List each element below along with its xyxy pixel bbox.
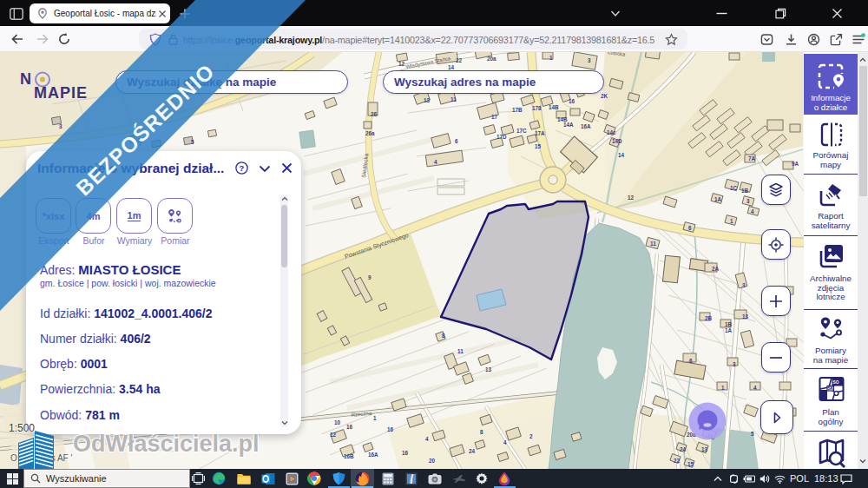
svg-text:9: 9 bbox=[368, 274, 372, 280]
svg-text:15: 15 bbox=[687, 461, 694, 467]
svg-text:3: 3 bbox=[588, 57, 591, 63]
svg-text:2K: 2K bbox=[601, 93, 608, 99]
svg-text:14D: 14D bbox=[612, 138, 622, 144]
svg-text:3: 3 bbox=[746, 198, 750, 204]
svg-text:12: 12 bbox=[398, 61, 405, 67]
svg-text:1: 1 bbox=[730, 218, 733, 224]
svg-text:16: 16 bbox=[346, 424, 353, 430]
svg-text:13: 13 bbox=[701, 446, 708, 452]
svg-text:SO: SO bbox=[833, 380, 839, 385]
svg-text:16A: 16A bbox=[581, 123, 591, 129]
svg-text:17: 17 bbox=[491, 114, 498, 120]
svg-text:2B: 2B bbox=[705, 315, 713, 321]
svg-text:11: 11 bbox=[457, 348, 464, 354]
svg-text:8: 8 bbox=[442, 333, 445, 339]
svg-text:12: 12 bbox=[330, 432, 337, 438]
svg-text:1A: 1A bbox=[714, 196, 722, 202]
svg-text:16: 16 bbox=[402, 450, 409, 456]
svg-text:4: 4 bbox=[753, 385, 757, 391]
svg-text:13: 13 bbox=[424, 97, 431, 103]
svg-text:1C: 1C bbox=[730, 185, 738, 191]
svg-text:12: 12 bbox=[628, 195, 635, 201]
svg-text:4: 4 bbox=[425, 436, 429, 442]
svg-text:3: 3 bbox=[733, 361, 736, 367]
svg-text:17C: 17C bbox=[516, 128, 527, 134]
svg-text:1: 1 bbox=[373, 415, 377, 421]
svg-text:24: 24 bbox=[469, 448, 476, 454]
svg-text:4: 4 bbox=[751, 208, 754, 214]
svg-text:13: 13 bbox=[485, 366, 492, 373]
svg-text:7A: 7A bbox=[748, 155, 756, 162]
svg-text:14A: 14A bbox=[563, 122, 574, 128]
svg-text:6: 6 bbox=[455, 138, 458, 144]
svg-text:1A: 1A bbox=[725, 327, 733, 333]
svg-text:3: 3 bbox=[742, 282, 746, 288]
svg-text:26: 26 bbox=[371, 111, 378, 117]
svg-text:10: 10 bbox=[334, 419, 341, 425]
svg-text:SK: SK bbox=[827, 386, 833, 391]
svg-text:14B: 14B bbox=[549, 104, 559, 110]
svg-text:11: 11 bbox=[650, 241, 656, 247]
svg-text:17A: 17A bbox=[535, 130, 545, 136]
svg-text:4: 4 bbox=[503, 439, 507, 445]
svg-text:6: 6 bbox=[688, 225, 692, 231]
svg-text:15: 15 bbox=[535, 143, 542, 149]
svg-text:22: 22 bbox=[674, 458, 681, 464]
svg-text:22: 22 bbox=[456, 57, 463, 63]
svg-text:16: 16 bbox=[387, 426, 394, 432]
svg-text:16B: 16B bbox=[344, 453, 354, 459]
svg-text:17B: 17B bbox=[512, 107, 523, 113]
svg-text:2A: 2A bbox=[712, 266, 720, 272]
svg-text:14: 14 bbox=[618, 152, 625, 158]
svg-text:2: 2 bbox=[529, 433, 533, 439]
svg-text:4: 4 bbox=[434, 159, 437, 165]
svg-text:5: 5 bbox=[751, 431, 754, 437]
svg-text:26a: 26a bbox=[365, 130, 375, 136]
svg-text:20a: 20a bbox=[487, 56, 496, 62]
svg-text:13: 13 bbox=[742, 313, 749, 320]
svg-text:1: 1 bbox=[549, 55, 553, 61]
svg-text:1B: 1B bbox=[725, 321, 733, 327]
svg-text:1B: 1B bbox=[741, 188, 749, 194]
svg-text:1: 1 bbox=[721, 385, 725, 391]
svg-text:20: 20 bbox=[429, 458, 436, 464]
svg-text:16: 16 bbox=[569, 98, 575, 104]
svg-text:178: 178 bbox=[532, 105, 542, 111]
svg-text:14c: 14c bbox=[607, 129, 616, 135]
svg-text:17D: 17D bbox=[496, 134, 507, 140]
svg-text:16A: 16A bbox=[368, 452, 378, 458]
svg-text:11: 11 bbox=[450, 96, 457, 102]
svg-text:9A: 9A bbox=[792, 161, 799, 167]
svg-text:14: 14 bbox=[448, 64, 455, 70]
svg-text:24: 24 bbox=[680, 446, 687, 452]
svg-text:8: 8 bbox=[480, 429, 483, 435]
svg-text:6: 6 bbox=[689, 358, 693, 364]
